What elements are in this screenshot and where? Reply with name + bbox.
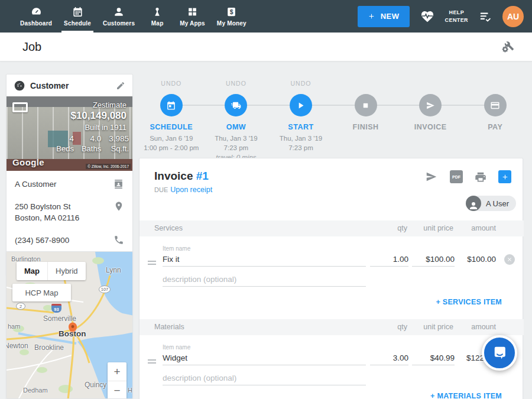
map-type-hybrid[interactable]: Hybrid <box>48 262 86 280</box>
materials-header: Materials <box>154 323 184 331</box>
property-photo: Zestimate $10,149,080 Built in 1911 4Bed… <box>7 96 132 171</box>
nav-item-my-money[interactable]: $ My Money <box>211 0 252 33</box>
new-button[interactable]: NEW <box>358 6 410 27</box>
nav-item-dashboard[interactable]: Dashboard <box>14 0 58 33</box>
assignee-pill[interactable]: A User <box>466 196 516 211</box>
route-107-shield: 107 <box>99 286 111 293</box>
contact-card-icon[interactable] <box>113 179 124 190</box>
invoice-step-label: INVOICE <box>414 123 447 131</box>
help-center-link[interactable]: HELP CENTER <box>445 9 468 23</box>
baths-value: 4.0 <box>82 134 101 144</box>
map-type-map[interactable]: Map <box>17 262 48 280</box>
item-name-label: Item name <box>163 245 190 252</box>
material-description-input[interactable]: description (optional) <box>163 374 366 385</box>
edit-pencil-icon[interactable] <box>116 81 125 90</box>
property-stats: 4Beds 4.0Baths 3,985Sq.ft. <box>56 134 129 153</box>
map-label-quincy: Quincy <box>85 381 106 389</box>
nav-label: Dashboard <box>20 20 52 27</box>
customer-face-icon <box>14 80 25 92</box>
undo-start-link[interactable]: UNDO <box>291 80 312 94</box>
map-label-brookline: Brookline <box>34 343 64 352</box>
map-type-control: Map Hybrid <box>17 262 86 280</box>
due-value-link[interactable]: Upon receipt <box>170 186 212 194</box>
undo-omw-link[interactable]: UNDO <box>226 80 246 94</box>
omw-step-label: OMW <box>226 123 246 131</box>
map-label-newton: Newton <box>6 342 28 350</box>
material-item-price-input[interactable]: $40.99 <box>412 353 455 365</box>
map-zoom-control: + − <box>108 362 126 399</box>
baths-label: Baths <box>82 144 101 153</box>
invoice-title: Invoice #1 <box>154 170 209 183</box>
job-settings-icon[interactable] <box>501 40 514 54</box>
remove-service-item-button[interactable] <box>504 254 515 265</box>
schedule-step-detail: Sun, Jan 6 '19 1:00 pm - 2:00 pm <box>144 134 199 153</box>
nav-label: My Money <box>217 20 246 27</box>
google-logo: Google <box>12 157 44 167</box>
service-item-qty-input[interactable]: 1.00 <box>370 255 408 267</box>
add-services-item-link[interactable]: + SERVICES ITEM <box>436 298 502 306</box>
customer-name: A Customer <box>15 179 57 190</box>
phone-icon[interactable] <box>113 235 124 245</box>
nav-label: Customers <box>103 20 135 27</box>
customer-address-row: 250 Boylston StBoston, MA 02116 <box>15 196 124 229</box>
map-zoom-out-button[interactable]: − <box>108 381 126 399</box>
nav-label: Schedule <box>64 20 91 27</box>
map-label-waltham: ham <box>8 323 20 330</box>
nav-item-my-apps[interactable]: My Apps <box>174 0 211 33</box>
location-pin-icon[interactable] <box>113 201 124 212</box>
material-item-qty-input[interactable]: 3.00 <box>370 353 408 365</box>
finish-step-button[interactable] <box>355 94 377 116</box>
route-2-shield: 2 <box>16 303 25 310</box>
user-avatar[interactable]: AU <box>502 6 524 27</box>
heart-pulse-icon[interactable] <box>420 9 435 24</box>
undo-schedule-link[interactable]: UNDO <box>161 80 181 94</box>
send-invoice-icon[interactable] <box>424 170 439 183</box>
map-label-lynn: Lynn <box>106 266 121 274</box>
chat-widget-button[interactable] <box>482 335 517 371</box>
customer-name-row: A Customer <box>15 173 124 196</box>
material-item-name-input[interactable]: Widget <box>163 353 366 365</box>
nav-item-customers[interactable]: Customers <box>97 0 141 33</box>
sqft-value: 3,985 <box>109 134 129 144</box>
hcp-map-button[interactable]: HCP Map <box>12 284 71 301</box>
nav-items: Dashboard Schedule Customers Map My Apps… <box>0 0 252 33</box>
address-line2: Boston, MA 02116 <box>15 213 79 222</box>
service-item-name-input[interactable]: Fix it <box>163 255 366 267</box>
pay-step-label: PAY <box>488 123 502 131</box>
apps-grid-icon <box>187 6 198 18</box>
print-icon[interactable] <box>474 171 487 183</box>
drag-handle[interactable] <box>148 259 156 267</box>
unit-price-column-header: unit price <box>423 224 453 232</box>
invoice-actions: PDF <box>424 170 511 183</box>
stop-icon <box>361 101 370 110</box>
schedule-icon <box>72 6 83 18</box>
activity-feed-icon[interactable] <box>478 10 492 23</box>
start-step-button[interactable] <box>290 94 312 116</box>
schedule-step-label: SCHEDULE <box>150 123 193 131</box>
help-center-line2: CENTER <box>445 17 468 24</box>
customer-card: Customer Zestimate $10,149,080 Built in … <box>6 74 133 275</box>
nav-right: NEW HELP CENTER AU <box>358 0 532 33</box>
pay-step-button[interactable] <box>484 94 507 116</box>
invoice-due: DUEUpon receipt <box>154 186 212 194</box>
pdf-icon[interactable]: PDF <box>450 170 463 183</box>
chat-smile-icon <box>492 345 508 361</box>
amount-column-header: amount <box>471 323 496 331</box>
customers-icon <box>113 6 125 18</box>
timeline-step-pay: PAY <box>463 80 528 162</box>
schedule-step-button[interactable] <box>160 94 183 116</box>
nav-item-map[interactable]: Map <box>141 0 174 33</box>
zestimate-value: $10,149,080 <box>70 110 126 122</box>
map-zoom-in-button[interactable]: + <box>108 362 126 381</box>
nav-item-schedule[interactable]: Schedule <box>58 0 97 33</box>
invoice-title-text: Invoice <box>154 170 193 182</box>
invoice-step-button[interactable] <box>419 94 442 116</box>
add-invoice-item-button[interactable] <box>498 170 511 183</box>
credit-card-icon <box>490 100 500 111</box>
job-timeline: UNDO SCHEDULE Sun, Jan 6 '19 1:00 pm - 2… <box>139 80 528 154</box>
drag-handle[interactable] <box>148 358 156 365</box>
omw-step-button[interactable] <box>225 94 247 116</box>
service-description-input[interactable]: description (optional) <box>163 275 366 287</box>
help-center-line1: HELP <box>445 9 468 16</box>
add-materials-item-link[interactable]: + MATERIALS ITEM <box>430 392 502 399</box>
